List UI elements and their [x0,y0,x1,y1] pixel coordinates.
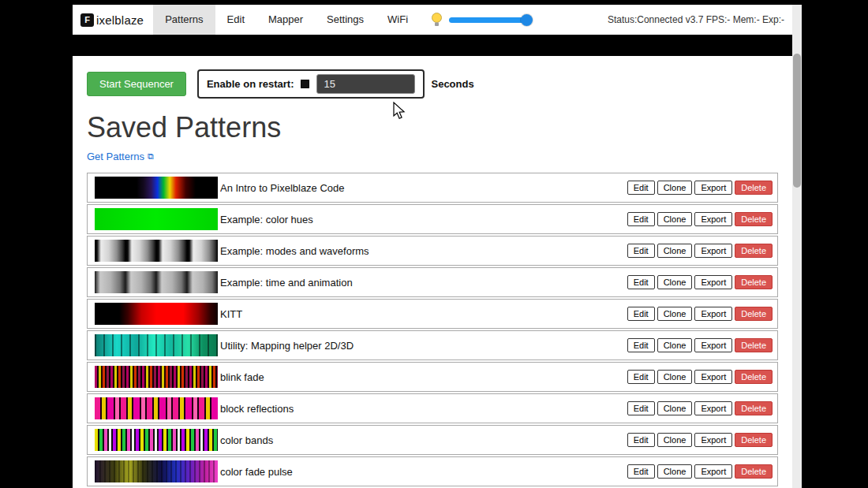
edit-button[interactable]: Edit [627,401,655,415]
pattern-name: KITT [220,308,627,320]
export-button[interactable]: Export [694,433,732,447]
sequencer-controls: Start Sequencer Enable on restart: Secon… [87,69,778,99]
export-button[interactable]: Export [694,338,732,352]
page-title: Saved Patterns [87,111,778,144]
export-button[interactable]: Export [694,244,732,258]
enable-on-restart-checkbox[interactable] [301,80,309,88]
sequencer-restart-group: Enable on restart: [197,69,425,99]
pattern-name: blink fade [220,371,627,383]
pattern-list: An Intro to Pixelblaze Code EditCloneExp… [87,173,778,488]
edit-button[interactable]: Edit [627,370,655,384]
get-patterns-link-text: Get Patterns [87,151,144,162]
pattern-row[interactable]: blink fade EditCloneExportDelete [87,362,778,392]
pattern-preview [95,334,218,356]
pixelblaze-logo[interactable]: F ixelblaze [73,13,153,27]
enable-on-restart-label: Enable on restart: [207,78,294,90]
pixelblaze-logo-icon: F [80,13,94,27]
tab-wifi[interactable]: WiFi [376,5,420,35]
pattern-actions: EditCloneExportDelete [627,433,773,447]
clone-button[interactable]: Clone [657,307,693,321]
pattern-name: Example: color hues [220,214,627,225]
clone-button[interactable]: Clone [657,370,693,384]
export-button[interactable]: Export [694,181,732,195]
pattern-row[interactable]: An Intro to Pixelblaze Code EditCloneExp… [87,173,778,203]
edit-button[interactable]: Edit [627,244,655,258]
delete-button[interactable]: Delete [735,401,773,415]
pattern-actions: EditCloneExportDelete [627,464,773,479]
app-window: F ixelblaze PatternsEditMapperSettingsWi… [73,5,802,488]
pattern-name: Example: modes and waveforms [220,245,627,257]
pattern-preview [95,366,218,388]
clone-button[interactable]: Clone [657,212,693,226]
pattern-row[interactable]: Example: modes and waveforms EditCloneEx… [87,236,778,266]
delete-button[interactable]: Delete [735,244,773,258]
export-button[interactable]: Export [694,370,732,384]
header-band [73,35,792,56]
seconds-label: Seconds [431,78,473,90]
brightness-slider[interactable] [449,17,531,23]
pattern-preview [95,303,218,325]
delete-button[interactable]: Delete [735,181,773,195]
clone-button[interactable]: Clone [657,338,693,352]
sequencer-interval-input[interactable] [316,74,415,94]
edit-button[interactable]: Edit [627,181,655,195]
tab-patterns[interactable]: Patterns [153,5,215,35]
clone-button[interactable]: Clone [657,244,693,258]
delete-button[interactable]: Delete [735,275,773,289]
pixelblaze-logo-text: ixelblaze [96,13,144,27]
edit-button[interactable]: Edit [627,464,655,479]
clone-button[interactable]: Clone [657,181,693,195]
pattern-actions: EditCloneExportDelete [627,401,773,415]
delete-button[interactable]: Delete [735,464,773,479]
clone-button[interactable]: Clone [657,433,693,447]
delete-button[interactable]: Delete [735,307,773,321]
pattern-preview [95,460,218,482]
pattern-row[interactable]: Example: time and animation EditCloneExp… [87,267,778,297]
pattern-row[interactable]: KITT EditCloneExportDelete [87,299,778,329]
clone-button[interactable]: Clone [657,464,693,479]
pattern-row[interactable]: color bands EditCloneExportDelete [87,425,778,455]
tab-mapper[interactable]: Mapper [256,5,315,35]
export-button[interactable]: Export [694,307,732,321]
pattern-actions: EditCloneExportDelete [627,307,773,321]
tab-settings[interactable]: Settings [315,5,376,35]
pattern-preview [95,429,218,451]
pattern-preview [95,177,218,199]
pattern-row[interactable]: block reflections EditCloneExportDelete [87,393,778,423]
pattern-row[interactable]: color fade pulse EditCloneExportDelete [87,456,778,486]
export-button[interactable]: Export [694,275,732,289]
scrollbar-thumb[interactable] [793,54,801,188]
pattern-preview [95,271,218,293]
pattern-name: Utility: Mapping helper 2D/3D [220,340,627,352]
edit-button[interactable]: Edit [627,433,655,447]
pattern-actions: EditCloneExportDelete [627,275,773,289]
pattern-row[interactable]: Example: color hues EditCloneExportDelet… [87,204,778,234]
top-nav: F ixelblaze PatternsEditMapperSettingsWi… [73,5,792,35]
edit-button[interactable]: Edit [627,307,655,321]
delete-button[interactable]: Delete [735,433,773,447]
get-patterns-link[interactable]: Get Patterns ⧉ [87,151,154,162]
delete-button[interactable]: Delete [735,338,773,352]
export-button[interactable]: Export [694,212,732,226]
brightness-slider-thumb[interactable] [521,14,533,26]
delete-button[interactable]: Delete [735,370,773,384]
pattern-preview [95,208,218,230]
tab-edit[interactable]: Edit [215,5,256,35]
scrollbar-track[interactable] [792,5,802,488]
clone-button[interactable]: Clone [657,275,693,289]
clone-button[interactable]: Clone [657,401,693,415]
export-button[interactable]: Export [694,401,732,415]
pattern-actions: EditCloneExportDelete [627,338,773,352]
delete-button[interactable]: Delete [735,212,773,226]
pattern-name: block reflections [220,403,627,415]
pattern-row[interactable]: Utility: Mapping helper 2D/3D EditCloneE… [87,330,778,360]
start-sequencer-button[interactable]: Start Sequencer [87,72,186,96]
export-button[interactable]: Export [694,464,732,479]
pattern-name: color fade pulse [220,466,627,478]
external-link-icon: ⧉ [148,151,154,162]
pattern-preview [95,397,218,419]
edit-button[interactable]: Edit [627,338,655,352]
pattern-name: color bands [220,434,627,446]
edit-button[interactable]: Edit [627,275,655,289]
edit-button[interactable]: Edit [627,212,655,226]
